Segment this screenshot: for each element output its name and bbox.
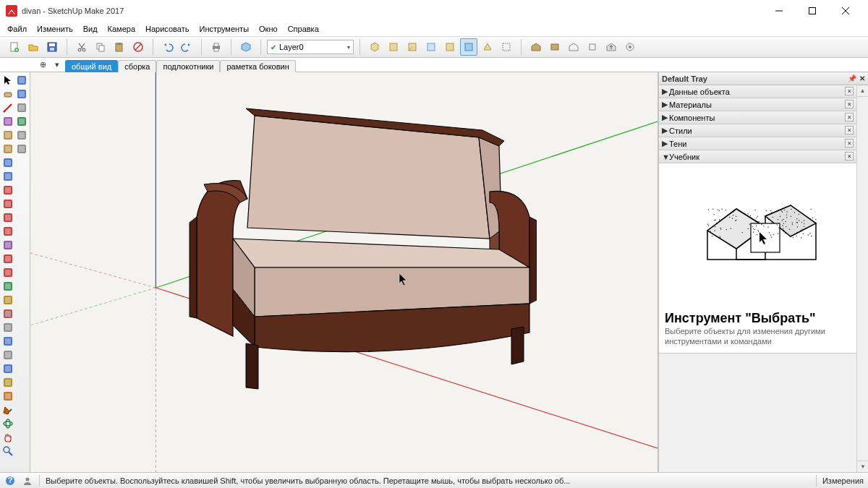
- scene-tab[interactable]: раметка боковин: [220, 60, 295, 72]
- scene-menu-icon[interactable]: ▾: [51, 59, 64, 70]
- perspective-icon[interactable]: [479, 38, 496, 56]
- pin-icon[interactable]: 📌: [848, 74, 856, 82]
- zoom-window-icon[interactable]: [15, 74, 28, 87]
- scene-tab[interactable]: общий вид: [65, 60, 118, 72]
- offset-icon[interactable]: [1, 252, 14, 265]
- xray-icon[interactable]: [498, 38, 515, 56]
- tray-panel-header[interactable]: ▶Компоненты✕: [659, 111, 856, 124]
- viewport-3d[interactable]: [30, 72, 658, 472]
- menu-view[interactable]: Вид: [79, 23, 102, 35]
- tray-panel-header[interactable]: ▶Данные объекта✕: [659, 85, 856, 98]
- maximize-button[interactable]: [796, 0, 829, 22]
- position-camera-icon[interactable]: [15, 101, 28, 114]
- text-icon[interactable]: [1, 362, 14, 375]
- panel-close-icon[interactable]: ✕: [845, 113, 854, 121]
- axes-icon[interactable]: [1, 376, 14, 389]
- close-button[interactable]: [829, 0, 862, 22]
- orbit-icon[interactable]: [1, 417, 14, 430]
- extension-icon[interactable]: [565, 38, 582, 56]
- delete-icon[interactable]: [129, 38, 147, 56]
- prev-view-icon[interactable]: [15, 142, 28, 155]
- user-icon[interactable]: [22, 475, 33, 487]
- component-icon[interactable]: [546, 38, 563, 56]
- tray-panel-header[interactable]: ▼Учебник✕: [659, 150, 856, 163]
- eraser-icon[interactable]: [1, 87, 14, 100]
- dimension-icon[interactable]: [1, 335, 14, 348]
- layer-dropdown[interactable]: ✔ Layer0 ▾: [267, 40, 354, 54]
- rotated-rect-icon[interactable]: [1, 142, 14, 155]
- minimize-button[interactable]: [762, 0, 796, 22]
- section-icon[interactable]: [1, 390, 14, 403]
- back-view-icon[interactable]: [441, 38, 459, 56]
- geolocate-icon[interactable]: [584, 38, 601, 56]
- tray-scrollbar[interactable]: ▲ ▼: [856, 85, 868, 472]
- panel-close-icon[interactable]: ✕: [845, 87, 854, 95]
- paste-icon[interactable]: [111, 38, 128, 56]
- freehand-icon[interactable]: [1, 115, 14, 128]
- tray-panel-header[interactable]: ▶Стили✕: [659, 124, 856, 137]
- followme-icon[interactable]: [1, 307, 14, 320]
- rectangle-icon[interactable]: [1, 129, 14, 142]
- top-view-icon[interactable]: [385, 38, 402, 56]
- print-icon[interactable]: [208, 38, 225, 56]
- scene-tab[interactable]: сборка: [118, 60, 156, 72]
- menu-help[interactable]: Справка: [284, 23, 323, 35]
- walk-icon[interactable]: [15, 129, 28, 142]
- menu-draw[interactable]: Нарисовать: [141, 23, 193, 35]
- right-view-icon[interactable]: [422, 38, 440, 56]
- pie-icon[interactable]: [1, 225, 14, 238]
- scene-add-icon[interactable]: ⊕: [36, 59, 49, 70]
- copy-icon[interactable]: [92, 38, 109, 56]
- scene-tab[interactable]: подлокотники: [156, 60, 220, 72]
- 3dwarehouse-icon[interactable]: [527, 38, 545, 56]
- 2pt-arc-icon[interactable]: [1, 197, 14, 210]
- scroll-down-icon[interactable]: ▼: [857, 461, 868, 472]
- panel-close-icon[interactable]: ✕: [845, 139, 854, 147]
- panel-close-icon[interactable]: ✕: [845, 126, 854, 134]
- model-info-icon[interactable]: [237, 38, 255, 56]
- settings-icon[interactable]: [621, 38, 639, 56]
- front-view-icon[interactable]: [404, 38, 421, 56]
- svg-point-111: [786, 215, 787, 215]
- undo-icon[interactable]: [159, 38, 176, 56]
- upload-icon[interactable]: [603, 38, 620, 56]
- protractor-icon[interactable]: [1, 348, 14, 361]
- scroll-up-icon[interactable]: ▲: [857, 85, 868, 97]
- zoom-extents-icon[interactable]: [15, 87, 28, 100]
- tray-panel-header[interactable]: ▶Материалы✕: [659, 98, 856, 111]
- panel-close-icon[interactable]: ✕: [845, 152, 854, 160]
- menu-window[interactable]: Окно: [255, 23, 282, 35]
- new-file-icon[interactable]: [6, 38, 23, 56]
- cut-icon[interactable]: [73, 38, 90, 56]
- menu-tools[interactable]: Инструменты: [195, 23, 253, 35]
- left-view-icon[interactable]: [460, 38, 477, 56]
- pan-icon[interactable]: [1, 431, 14, 444]
- iso-view-icon[interactable]: [366, 38, 383, 56]
- redo-icon[interactable]: [178, 38, 195, 56]
- tray-panel-header[interactable]: ▶Тени✕: [659, 137, 856, 150]
- open-file-icon[interactable]: [25, 38, 42, 56]
- polygon-icon[interactable]: [1, 170, 14, 183]
- save-file-icon[interactable]: [43, 38, 61, 56]
- panel-close-icon[interactable]: ✕: [845, 100, 854, 108]
- line-icon[interactable]: [1, 101, 14, 114]
- close-icon[interactable]: ✕: [859, 74, 865, 82]
- paint-icon[interactable]: [1, 403, 14, 416]
- circle-icon[interactable]: [1, 156, 14, 169]
- menu-edit[interactable]: Изменить: [33, 23, 77, 35]
- 3pt-arc-icon[interactable]: [1, 211, 14, 224]
- select-icon[interactable]: [1, 74, 14, 87]
- pushpull-icon[interactable]: [1, 239, 14, 252]
- move-icon[interactable]: [1, 266, 14, 279]
- rotate-icon[interactable]: [1, 280, 14, 293]
- zoom-icon[interactable]: [1, 445, 14, 458]
- menu-camera[interactable]: Камера: [103, 23, 140, 35]
- tape-icon[interactable]: [1, 321, 14, 334]
- menu-file[interactable]: Файл: [3, 23, 31, 35]
- arc-icon[interactable]: [1, 184, 14, 197]
- help-icon[interactable]: ?: [4, 475, 16, 487]
- svg-point-114: [773, 234, 773, 235]
- tray-title[interactable]: Default Tray 📌 ✕: [659, 72, 868, 85]
- scale-icon[interactable]: [1, 294, 14, 307]
- look-around-icon[interactable]: [15, 115, 28, 128]
